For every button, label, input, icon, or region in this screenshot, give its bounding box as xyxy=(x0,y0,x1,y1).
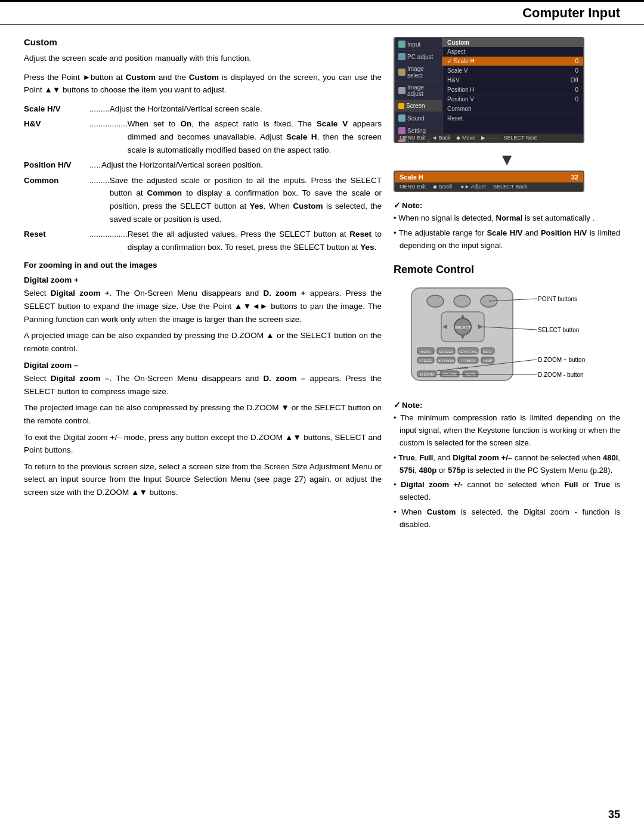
note-2-item-1: The minimum compression ratio is limited… xyxy=(394,412,620,449)
intro-para-1: Adjust the screen scale and position man… xyxy=(24,52,382,65)
note-2-item-3: Digital zoom +/- cannot be selected when… xyxy=(394,479,620,504)
svg-text:LAMP: LAMP xyxy=(484,359,493,363)
osd-scale-bar: Scale H 32 xyxy=(395,172,583,182)
dzoom-minus-label: D.ZOOM - button xyxy=(538,371,584,378)
note-1-item-1: When no signal is detected, Normal is se… xyxy=(394,212,620,225)
note-2: Note: The minimum compression ratio is l… xyxy=(394,400,620,531)
setting-icon xyxy=(398,127,405,134)
osd-footer: MENU Exit ◄ Back ◆ Move ▶ ------ SELECT … xyxy=(395,134,583,142)
intro-para-2: Press the Point ►button at Custom and th… xyxy=(24,71,382,97)
def-scale-hv: Scale H/V ......... Adjust the Horizonta… xyxy=(24,103,382,116)
note-2-title: Note: xyxy=(394,400,620,410)
note-2-text: The minimum compression ratio is limited… xyxy=(394,412,620,531)
osd-sidebar-input: Input xyxy=(395,38,442,51)
svg-point-2 xyxy=(454,295,470,307)
osd-item-scalev: Scale V0 xyxy=(442,66,583,76)
imageadjust-icon xyxy=(398,87,405,94)
osd-sidebar-pcadjust: PC adjust xyxy=(395,51,442,63)
custom-section: Custom Adjust the screen scale and posit… xyxy=(24,37,382,534)
osd-item-common: Common xyxy=(442,104,583,114)
right-section: Input PC adjust Image select Image xyxy=(394,37,620,534)
osd-item-hv: H&VOff xyxy=(442,76,583,85)
svg-text:INFO.: INFO. xyxy=(483,350,493,354)
remote-control-title: Remote Control xyxy=(394,264,620,276)
note-2-item-2: True, Full, and Digital zoom +/– cannot … xyxy=(394,452,620,477)
svg-text:SELECT: SELECT xyxy=(454,326,471,330)
note-1-text: When no signal is detected, Normal is se… xyxy=(394,212,620,252)
def-position-hv: Position H/V ..... Adjust the Horizontal… xyxy=(24,159,382,172)
osd-sidebar: Input PC adjust Image select Image xyxy=(395,38,442,134)
page-number: 35 xyxy=(608,809,620,821)
osd-sidebar-sound: Sound xyxy=(395,112,442,125)
point-buttons-label: POINT buttons xyxy=(538,296,577,302)
input-icon xyxy=(398,41,405,48)
svg-text:P-TIMER: P-TIMER xyxy=(462,359,475,363)
svg-text:KEYSTONE: KEYSTONE xyxy=(459,350,478,354)
svg-text:D.ZOOM: D.ZOOM xyxy=(420,373,434,376)
osd-sidebar-imageadjust: Image adjust xyxy=(395,82,442,100)
osd-sidebar-screen: Screen xyxy=(395,100,442,112)
osd-item-positionv: Position V0 xyxy=(442,95,583,104)
note-1: Note: When no signal is detected, Normal… xyxy=(394,200,620,252)
sound-icon xyxy=(398,114,405,122)
svg-point-1 xyxy=(427,295,444,307)
digital-zoom-plus-para2: A projected image can be also expanded b… xyxy=(24,329,382,355)
osd-item-positionh: Position H0 xyxy=(442,85,583,95)
arrow-down: ▼ xyxy=(394,151,620,168)
osd-title-bar: Custom xyxy=(442,38,583,47)
note-1-item-2: The adjustable range for Scale H/V and P… xyxy=(394,227,620,252)
remote-control-image: SELECT MENU SCREEN KEYSTONE INFO. FREEZE xyxy=(394,282,608,394)
osd-screenshot-2: Scale H 32 MENU Exit ◆ Scroll ◄► Adjust … xyxy=(394,171,620,192)
osd-main-area: Custom Aspect ✓ Scale H0 Scale V0 H&VOff xyxy=(442,38,583,134)
imageselect-icon xyxy=(398,69,405,76)
pcadjust-icon xyxy=(398,53,405,60)
osd-screen-main: Input PC adjust Image select Image xyxy=(394,37,584,143)
def-reset: Reset ................. Reset the all ad… xyxy=(24,228,382,253)
svg-text:NO SHOW: NO SHOW xyxy=(438,359,455,363)
digital-zoom-plus-para1: Select Digital zoom +. The On-Screen Men… xyxy=(24,287,382,326)
osd-scale-screen: Scale H 32 MENU Exit ◆ Scroll ◄► Adjust … xyxy=(394,171,584,192)
def-common: Common ......... Save the adjusted scale… xyxy=(24,174,382,225)
for-zooming-title: For zooming in and out the images xyxy=(24,261,382,270)
osd-sidebar-imageselect: Image select xyxy=(395,63,442,82)
def-hv: H&V ................. When set to On, th… xyxy=(24,117,382,156)
svg-text:SCREEN: SCREEN xyxy=(438,350,453,354)
osd-item-scaleh: ✓ Scale H0 xyxy=(442,57,583,66)
definitions-list: Scale H/V ......... Adjust the Horizonta… xyxy=(24,103,382,254)
osd-menu: Input PC adjust Image select Image xyxy=(395,38,583,134)
page-title: Computer Input xyxy=(522,5,620,20)
screen-icon xyxy=(398,103,404,109)
custom-title: Custom xyxy=(24,37,382,47)
note-1-title: Note: xyxy=(394,200,620,210)
digital-zoom-minus-title: Digital zoom – xyxy=(24,361,382,370)
osd-screenshot-1: Input PC adjust Image select Image xyxy=(394,37,620,143)
digital-zoom-minus-para4: To return to the previous screen size, s… xyxy=(24,460,382,499)
osd-item-aspect: Aspect xyxy=(442,47,583,57)
select-button-label: SELECT button xyxy=(538,327,579,333)
osd-item-reset: Reset xyxy=(442,114,583,123)
osd-scale-footer: MENU Exit ◆ Scroll ◄► Adjust SELECT Back xyxy=(395,182,583,191)
page-header: Computer Input xyxy=(0,0,644,25)
dzoom-plus-label: D.ZOOM + button xyxy=(538,357,585,363)
digital-zoom-plus-title: Digital zoom + xyxy=(24,275,382,284)
remote-svg: SELECT MENU SCREEN KEYSTONE INFO. FREEZE xyxy=(394,282,608,392)
digital-zoom-minus-para3: To exit the Digital zoom +/– mode, press… xyxy=(24,431,382,457)
note-2-item-4: When Custom is selected, the Digital zoo… xyxy=(394,506,620,531)
svg-text:FREEZE: FREEZE xyxy=(419,359,432,363)
svg-text:MENU: MENU xyxy=(420,350,431,354)
digital-zoom-minus-para1: Select Digital zoom –. The On-Screen Men… xyxy=(24,372,382,398)
digital-zoom-minus-para2: The projected image can be also compress… xyxy=(24,401,382,427)
